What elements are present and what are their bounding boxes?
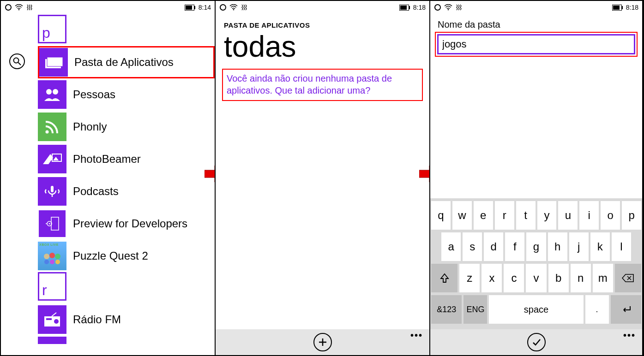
key-r[interactable]: r — [495, 201, 514, 230]
key-space[interactable]: space — [489, 295, 583, 324]
app-item-pfd[interactable]: Preview for Developers — [38, 208, 215, 240]
svg-point-19 — [49, 253, 55, 258]
app-item-podcasts[interactable]: Podcasts — [38, 175, 215, 208]
key-u[interactable]: u — [558, 201, 578, 230]
key-language[interactable]: ENG — [463, 295, 487, 324]
key-symbols[interactable]: &123 — [431, 295, 462, 324]
app-list[interactable]: p Pasta de Aplicativos Pessoas Phonly Ph… — [38, 15, 215, 355]
key-p[interactable]: p — [622, 201, 641, 230]
key-enter[interactable] — [611, 295, 641, 324]
key-h[interactable]: h — [548, 232, 567, 261]
vibrate-icon — [26, 4, 33, 11]
folder-name-input[interactable] — [437, 34, 635, 54]
key-d[interactable]: d — [484, 232, 503, 261]
phone-icon — [434, 4, 441, 11]
key-s[interactable]: s — [463, 232, 482, 261]
key-m[interactable]: m — [593, 264, 613, 292]
phone-icon — [219, 4, 227, 11]
page-title: todas — [216, 32, 429, 61]
app-label: PhotoBeamer — [73, 153, 141, 166]
app-label: Podcasts — [73, 185, 119, 198]
key-x[interactable]: x — [481, 264, 502, 292]
kb-row-2: a s d f g h j k l — [431, 232, 641, 261]
key-b[interactable]: b — [548, 264, 569, 292]
key-v[interactable]: v — [526, 264, 546, 292]
check-icon — [531, 337, 542, 347]
svg-rect-31 — [400, 6, 407, 10]
svg-point-9 — [53, 89, 58, 95]
key-z[interactable]: z — [459, 264, 480, 292]
svg-point-23 — [55, 260, 60, 264]
letter-header-p[interactable]: p — [38, 15, 66, 43]
battery-icon — [185, 5, 196, 11]
key-q[interactable]: q — [431, 201, 451, 230]
search-button[interactable] — [9, 53, 25, 69]
key-w[interactable]: w — [452, 201, 472, 230]
clock-time: 8:18 — [413, 4, 426, 11]
svg-rect-36 — [622, 6, 623, 9]
key-shift[interactable] — [431, 264, 457, 292]
key-f[interactable]: f — [505, 232, 524, 261]
pfd-icon — [38, 209, 66, 238]
keyboard: q w e r t y u i o p a s d f g h j k l z — [430, 198, 642, 329]
photobeamer-icon — [38, 145, 66, 173]
key-l[interactable]: l — [612, 232, 631, 261]
key-t[interactable]: t — [516, 201, 536, 230]
key-i[interactable]: i — [579, 201, 599, 230]
panel-name-folder: 8:18 Nome da pasta q w e r t y u i o p a… — [430, 1, 643, 355]
phone-icon — [5, 4, 12, 11]
add-button[interactable] — [313, 333, 332, 351]
panel-folders-empty: 8:18 PASTA DE APLICATIVOS todas Você ain… — [216, 1, 430, 355]
confirm-button[interactable] — [527, 333, 546, 351]
app-item-photobeamer[interactable]: PhotoBeamer — [38, 143, 215, 175]
app-label: Pasta de Aplicativos — [74, 56, 174, 69]
key-o[interactable]: o — [601, 201, 620, 230]
partial-tile — [38, 337, 66, 344]
app-label: Phonly — [73, 120, 107, 133]
svg-rect-37 — [613, 6, 620, 10]
vibrate-icon — [455, 4, 463, 11]
more-button[interactable]: ••• — [623, 333, 636, 338]
key-g[interactable]: g — [526, 232, 546, 261]
letter-header-r[interactable]: r — [38, 272, 66, 301]
panel-app-list: 8:14 p Pasta de Aplicativos Pessoas Phon… — [1, 1, 216, 355]
app-item-pasta[interactable]: Pasta de Aplicativos — [38, 46, 215, 78]
app-label: Preview for Developers — [73, 217, 187, 230]
key-a[interactable]: a — [441, 232, 461, 261]
folder-icon — [39, 48, 68, 77]
key-period[interactable]: . — [585, 295, 609, 324]
search-icon — [13, 57, 21, 65]
svg-line-25 — [52, 313, 56, 316]
arrow-icon — [419, 165, 430, 183]
key-backspace[interactable] — [615, 264, 641, 292]
svg-rect-12 — [51, 186, 54, 192]
podcast-icon — [38, 177, 66, 206]
app-item-phonly[interactable]: Phonly — [38, 111, 215, 143]
svg-point-8 — [46, 89, 52, 95]
radio-icon — [38, 305, 66, 334]
clock-time: 8:14 — [199, 4, 211, 11]
more-button[interactable]: ••• — [410, 333, 423, 338]
vibrate-icon — [241, 4, 248, 11]
key-c[interactable]: c — [504, 264, 524, 292]
app-item-radio[interactable]: Rádio FM — [38, 303, 215, 336]
key-y[interactable]: y — [537, 201, 557, 230]
svg-rect-2 — [194, 6, 195, 9]
svg-point-4 — [14, 58, 19, 63]
app-bar: ••• — [430, 329, 642, 355]
svg-point-21 — [44, 260, 49, 264]
key-e[interactable]: e — [474, 201, 493, 230]
app-item-puzzlequest[interactable]: XBOX LIVE Puzzle Quest 2 — [38, 240, 215, 272]
key-j[interactable]: j — [569, 232, 589, 261]
svg-point-18 — [44, 254, 49, 259]
svg-point-17 — [49, 223, 50, 225]
empty-message-link[interactable]: Você ainda não criou nenhuma pasta de ap… — [222, 69, 423, 101]
app-item-pessoas[interactable]: Pessoas — [38, 78, 215, 111]
svg-point-34 — [448, 9, 449, 11]
key-n[interactable]: n — [571, 264, 591, 292]
app-item-partial[interactable] — [38, 336, 215, 345]
wifi-icon — [15, 4, 23, 11]
key-k[interactable]: k — [590, 232, 610, 261]
puzzlequest-icon: XBOX LIVE — [38, 242, 66, 270]
page-header: PASTA DE APLICATIVOS — [216, 13, 429, 29]
